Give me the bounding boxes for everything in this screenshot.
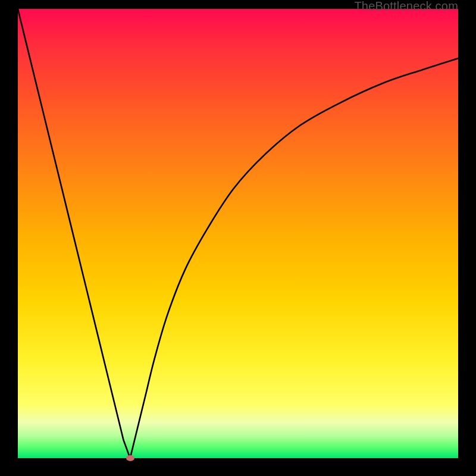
curve-left	[18, 9, 130, 458]
chart-container: TheBottleneck.com	[0, 0, 476, 476]
bottleneck-marker	[126, 455, 134, 461]
plot-area	[18, 9, 458, 458]
brand-watermark: TheBottleneck.com	[354, 0, 458, 12]
curve-right	[130, 58, 458, 458]
curve-svg	[18, 9, 458, 458]
